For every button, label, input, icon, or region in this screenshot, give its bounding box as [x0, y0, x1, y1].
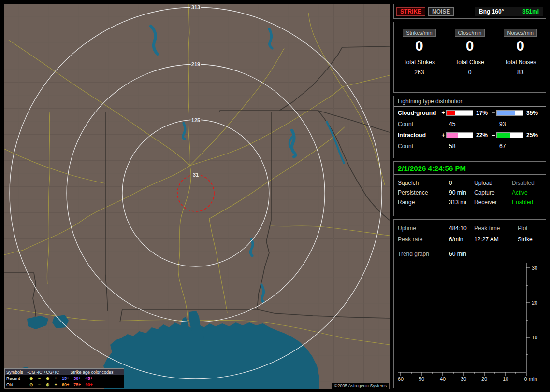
receiver-label: Receiver [474, 199, 512, 206]
neg-cg-symbol-icon: ⊖ [27, 376, 35, 381]
y-tick-30: 30 [532, 265, 537, 271]
cloud-ground-label: Cloud-ground [398, 110, 440, 116]
strikes-per-min-label: Strikes/min [403, 29, 435, 37]
close-per-min-label: Close/min [455, 29, 485, 37]
x-tick-50: 50 [419, 376, 424, 382]
neg-ic-symbol-icon: − [35, 382, 43, 387]
legend-col-neg-ic: -IC [35, 370, 43, 375]
distribution-title: Lightning type distribution [394, 96, 546, 107]
ring-label-219: 219 [191, 61, 200, 67]
age-15: 15+ [62, 376, 69, 381]
y-tick-10: 10 [532, 335, 537, 340]
noise-alarm-button[interactable]: NOISE [428, 7, 454, 16]
pos-cg-symbol-icon: ⊕ [43, 382, 52, 387]
cg-plus-pct: 17% [474, 110, 491, 116]
capture-status: Active [512, 189, 542, 196]
persistence-label: Persistence [398, 189, 449, 196]
ic-minus-pct: 25% [524, 132, 542, 139]
total-strikes-label: Total Strikes [394, 59, 445, 66]
intracloud-label: Intracloud [398, 132, 440, 139]
cloud-ground-count-row: Count 45 93 [394, 119, 546, 129]
neg-cg-symbol-icon: ⊖ [27, 382, 35, 387]
plot-label: Plot [518, 225, 542, 232]
total-strikes-value: 263 [394, 69, 445, 76]
y-tick-20: 20 [532, 300, 537, 306]
count-label: Count [398, 121, 440, 127]
legend-recent-row: Recent ⊖ − ⊕ + 15+ 30+ 45+ [5, 375, 124, 381]
pos-ic-symbol-icon: + [52, 382, 60, 387]
pos-ic-symbol-icon: + [52, 376, 60, 381]
ic-minus-count: 67 [496, 143, 524, 150]
ring-label-313: 313 [191, 4, 200, 10]
trend-graph-row: Trend graph 60 min [394, 249, 546, 259]
upload-label: Upload [474, 180, 512, 186]
cg-minus-pct: 35% [524, 110, 542, 116]
x-tick-20: 20 [481, 376, 487, 382]
trend-panel: Uptime 484:10 Peak time Plot Peak rate 6… [393, 219, 546, 388]
legend-col-neg-cg: -CG [27, 370, 35, 375]
bearing-value: Bng 160° [479, 8, 504, 15]
age-45: 45+ [86, 376, 93, 381]
range-value: 313 mi [449, 199, 474, 206]
uptime-value: 484:10 [449, 225, 474, 232]
graph-axes [398, 263, 530, 376]
persistence-row: Persistence 90 min Capture Active [394, 188, 546, 197]
noises-per-min-label: Noises/min [504, 29, 536, 37]
x-tick-10: 10 [503, 376, 508, 382]
graph-tick-labels: 30 20 10 60 50 40 30 20 10 0 min [398, 265, 537, 382]
ring-label-31: 31 [193, 172, 199, 178]
strike-alarm-button[interactable]: STRIKE [396, 7, 425, 16]
copyright-text: ©2005 Astrogenic Systems [332, 383, 389, 389]
total-noises-label: Total Noises [495, 59, 546, 66]
map-view[interactable]: 313 219 125 31 Symbols -CG -IC +CG +IC S… [4, 4, 390, 389]
age-90: 90+ [86, 382, 93, 387]
ic-plus-pct: 22% [474, 132, 491, 139]
ic-plus-bar [446, 132, 473, 138]
total-close-value: 0 [445, 69, 495, 76]
cloud-ground-row: Cloud-ground + 17% − 35% [394, 108, 546, 118]
uptime-label: Uptime [398, 225, 449, 232]
x-tick-60: 60 [398, 376, 404, 382]
cg-minus-bar [496, 110, 523, 116]
minus-sign: − [491, 132, 496, 139]
strikes-counter: Strikes/min 0 Total Strikes 263 [394, 28, 445, 92]
datetime-display: 2/1/2026 4:24:56 PM [394, 162, 546, 175]
receiver-status: Enabled [512, 199, 542, 206]
legend-header-row: Symbols -CG -IC +CG +IC Strike age color… [5, 369, 124, 375]
squelch-value: 0 [449, 180, 474, 186]
old-age-codes: 60+ 75+ 90+ [60, 382, 124, 387]
age-75: 75+ [73, 382, 81, 387]
map-canvas[interactable]: 313 219 125 31 [4, 4, 390, 389]
legend-recent-label: Recent [5, 376, 27, 381]
x-tick-40: 40 [440, 376, 446, 382]
total-close-label: Total Close [445, 59, 495, 66]
legend-old-row: Old ⊖ − ⊕ + 60+ 75+ 90+ [5, 381, 124, 388]
bearing-readout: Bng 160° 351mi [475, 7, 543, 16]
close-counter: Close/min 0 Total Close 0 [445, 28, 495, 92]
map-legend: Symbols -CG -IC +CG +IC Strike age color… [4, 368, 124, 388]
pos-cg-symbol-icon: ⊕ [43, 376, 52, 381]
trend-graph-window: 60 min [449, 251, 474, 257]
peak-rate-label: Peak rate [398, 236, 449, 243]
squelch-label: Squelch [398, 180, 449, 186]
legend-col-pos-ic: +IC [52, 370, 60, 375]
x-tick-30: 30 [461, 376, 466, 382]
noises-counter: Noises/min 0 Total Noises 83 [495, 28, 546, 92]
peak-time-value: 12:27 AM [474, 236, 518, 243]
squelch-row: Squelch 0 Upload Disabled [394, 178, 546, 188]
range-row: Range 313 mi Receiver Enabled [394, 197, 546, 207]
uptime-row: Uptime 484:10 Peak time Plot [394, 224, 546, 233]
total-noises-value: 83 [495, 69, 546, 76]
plus-sign: + [440, 132, 446, 139]
strikes-per-min-value: 0 [394, 39, 445, 53]
recent-age-codes: 15+ 30+ 45+ [60, 376, 124, 381]
close-per-min-value: 0 [445, 39, 495, 53]
alarm-toolbar: STRIKE NOISE Bng 160° 351mi [393, 4, 546, 19]
legend-age-header: Strike age color codes [60, 370, 124, 375]
cg-plus-count: 45 [446, 121, 474, 127]
trend-graph-canvas: 30 20 10 60 50 40 30 20 10 0 min [397, 260, 544, 382]
peak-rate-value: 6/min [449, 236, 474, 243]
peak-rate-row: Peak rate 6/min 12:27 AM Strike [394, 235, 546, 244]
intracloud-row: Intracloud + 22% − 25% [394, 130, 546, 140]
range-label: Range [398, 199, 449, 206]
